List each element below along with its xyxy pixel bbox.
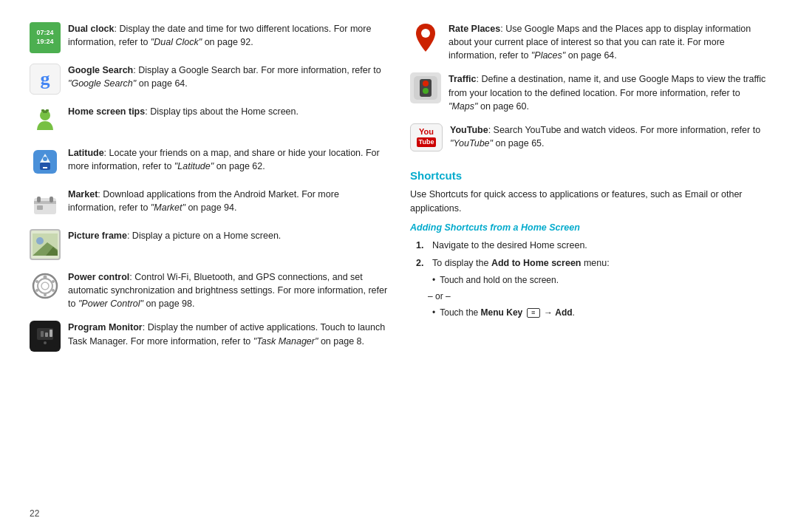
svg-rect-30 xyxy=(41,331,44,337)
latitude-text: Latitude: Locate your friends on a map, … xyxy=(68,146,388,173)
svg-point-21 xyxy=(44,276,47,279)
list-item: Traffic: Define a destination, name it, … xyxy=(410,72,768,112)
left-column: 07:2419:24 Dual clock: Display the date … xyxy=(30,22,388,510)
svg-point-20 xyxy=(41,282,49,290)
page-number: 22 xyxy=(30,508,39,519)
list-item: You Tube YouTube: Search YouTube and wat… xyxy=(410,123,768,151)
shortcuts-section: Shortcuts Use Shortcuts for quick access… xyxy=(410,169,768,319)
shortcuts-title: Shortcuts xyxy=(410,169,768,182)
svg-point-24 xyxy=(44,293,47,296)
svg-rect-12 xyxy=(50,197,53,202)
step-1: 1. Navigate to the desired Home screen. xyxy=(416,239,768,253)
svg-rect-3 xyxy=(46,109,49,112)
step-2: 2. To display the Add to Home screen men… xyxy=(416,256,768,270)
svg-point-37 xyxy=(423,88,429,94)
program-monitor-icon xyxy=(30,321,61,352)
list-item: Power control: Control Wi-Fi, Bluetooth,… xyxy=(30,270,388,310)
or-divider: – or – xyxy=(428,290,768,303)
market-text: Market: Download applications from the A… xyxy=(68,188,388,214)
google-search-text: Google Search: Display a Google Search b… xyxy=(68,64,388,90)
shortcuts-description: Use Shortcuts for quick access to applic… xyxy=(410,188,768,216)
right-column: Rate Places: Use Google Maps and the Pla… xyxy=(410,22,768,510)
traffic-icon xyxy=(410,72,441,103)
svg-rect-11 xyxy=(37,197,41,202)
youtube-icon: You Tube xyxy=(410,123,443,151)
list-item: Picture frame: Display a picture on a Ho… xyxy=(30,229,388,260)
list-item: Home screen tips: Display tips about the… xyxy=(30,105,388,136)
traffic-text: Traffic: Define a destination, name it, … xyxy=(449,72,768,112)
shortcuts-subheading: Adding Shortcuts from a Home Screen xyxy=(410,222,768,233)
svg-point-36 xyxy=(423,81,429,86)
svg-rect-8 xyxy=(43,167,47,168)
list-item: 07:2419:24 Dual clock: Display the date … xyxy=(30,22,388,53)
bullet-1: • Touch and hold on the screen. xyxy=(432,273,768,287)
svg-point-23 xyxy=(52,289,55,292)
svg-point-25 xyxy=(35,289,38,292)
sub-bullets: • Touch and hold on the screen. – or – •… xyxy=(416,273,768,319)
home-screen-tips-text: Home screen tips: Display tips about the… xyxy=(68,105,388,118)
svg-rect-32 xyxy=(50,330,52,337)
picture-frame-text: Picture frame: Display a picture on a Ho… xyxy=(68,229,388,242)
youtube-text: YouTube: Search YouTube and watch videos… xyxy=(450,123,768,150)
power-control-text: Power control: Control Wi-Fi, Bluetooth,… xyxy=(68,270,388,310)
rate-places-icon xyxy=(410,22,441,53)
dual-clock-icon: 07:2419:24 xyxy=(30,22,61,53)
svg-point-26 xyxy=(35,280,38,283)
list-item: Market: Download applications from the A… xyxy=(30,188,388,219)
shortcuts-steps: 1. Navigate to the desired Home screen. … xyxy=(410,239,768,319)
list-item: Rate Places: Use Google Maps and the Pla… xyxy=(410,22,768,62)
svg-point-19 xyxy=(38,279,52,293)
menu-key-icon xyxy=(527,308,540,318)
picture-frame-icon xyxy=(30,229,61,260)
list-item: g Google Search: Display a Google Search… xyxy=(30,64,388,95)
home-screen-tips-icon xyxy=(30,105,61,136)
svg-point-15 xyxy=(36,237,44,245)
svg-point-33 xyxy=(421,29,430,38)
svg-rect-13 xyxy=(37,205,43,210)
google-search-icon: g xyxy=(30,64,61,95)
rate-places-text: Rate Places: Use Google Maps and the Pla… xyxy=(449,22,768,62)
svg-rect-2 xyxy=(41,109,44,112)
program-monitor-text: Program Monitor: Display the number of a… xyxy=(68,321,388,347)
svg-point-7 xyxy=(43,157,47,161)
svg-point-29 xyxy=(44,341,47,344)
svg-rect-6 xyxy=(40,163,50,170)
svg-rect-31 xyxy=(45,332,48,337)
list-item: Program Monitor: Display the number of a… xyxy=(30,321,388,352)
svg-point-22 xyxy=(52,280,55,283)
market-icon xyxy=(30,188,61,219)
dual-clock-text: Dual clock: Display the date and time fo… xyxy=(68,22,388,49)
power-control-icon xyxy=(30,270,61,301)
list-item: Latitude: Locate your friends on a map, … xyxy=(30,146,388,177)
bullet-2: • Touch the Menu Key → Add. xyxy=(432,306,768,319)
latitude-icon xyxy=(30,146,61,177)
